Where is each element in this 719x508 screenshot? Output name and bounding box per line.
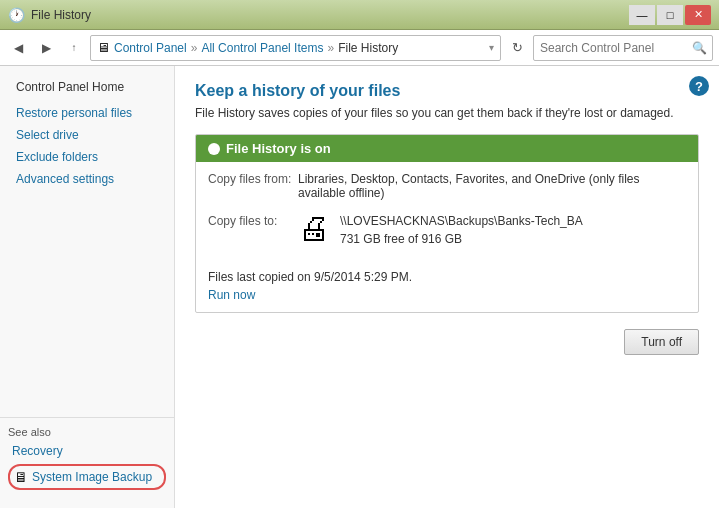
sidebar-item-home[interactable]: Control Panel Home — [8, 76, 166, 102]
drive-info: \\LOVESHACKNAS\Backups\Banks-Tech_BA 731… — [340, 212, 583, 248]
back-button[interactable]: ◀ — [6, 36, 30, 60]
status-footer: Files last copied on 9/5/2014 5:29 PM. R… — [196, 266, 698, 312]
sidebar-item-select-drive[interactable]: Select drive — [8, 124, 166, 146]
breadcrumb-control-panel[interactable]: Control Panel — [114, 41, 187, 55]
page-description: File History saves copies of your files … — [195, 106, 699, 120]
see-also-label: See also — [8, 426, 166, 438]
last-copied-text: Files last copied on 9/5/2014 5:29 PM. — [208, 270, 686, 284]
drive-path: \\LOVESHACKNAS\Backups\Banks-Tech_BA — [340, 212, 583, 230]
address-bar: ◀ ▶ ↑ 🖥 Control Panel » All Control Pane… — [0, 30, 719, 66]
page-title: Keep a history of your files — [195, 82, 699, 100]
status-header: File History is on — [196, 135, 698, 162]
search-wrapper: 🔍 — [533, 35, 713, 61]
maximize-button[interactable]: □ — [657, 5, 683, 25]
copy-from-label: Copy files from: — [208, 172, 298, 200]
backup-icon: 🖥 — [14, 469, 28, 485]
sidebar-item-recovery[interactable]: Recovery — [8, 442, 166, 460]
title-bar-controls: — □ ✕ — [629, 5, 711, 25]
content-area: ? Keep a history of your files File Hist… — [175, 66, 719, 508]
copy-to-content: 🖨 \\LOVESHACKNAS\Backups\Banks-Tech_BA 7… — [298, 212, 583, 248]
run-now-link[interactable]: Run now — [208, 288, 255, 302]
sidebar-item-restore[interactable]: Restore personal files — [8, 102, 166, 124]
breadcrumb-sep-1: » — [191, 41, 198, 55]
breadcrumb: 🖥 Control Panel » All Control Panel Item… — [90, 35, 501, 61]
copy-from-value: Libraries, Desktop, Contacts, Favorites,… — [298, 172, 686, 200]
breadcrumb-sep-2: » — [327, 41, 334, 55]
status-body: Copy files from: Libraries, Desktop, Con… — [196, 162, 698, 266]
copy-to-label: Copy files to: — [208, 212, 298, 248]
breadcrumb-dropdown-icon[interactable]: ▾ — [489, 42, 494, 53]
main-area: Control Panel Home Restore personal file… — [0, 66, 719, 508]
sidebar-nav: Control Panel Home Restore personal file… — [0, 76, 174, 190]
copy-from-row: Copy files from: Libraries, Desktop, Con… — [208, 172, 686, 200]
breadcrumb-all-items[interactable]: All Control Panel Items — [201, 41, 323, 55]
turn-off-button[interactable]: Turn off — [624, 329, 699, 355]
close-button[interactable]: ✕ — [685, 5, 711, 25]
sidebar-bottom: See also Recovery 🖥 System Image Backup — [0, 417, 174, 498]
breadcrumb-current: File History — [338, 41, 398, 55]
status-header-text: File History is on — [226, 141, 331, 156]
sidebar-item-system-image-backup[interactable]: System Image Backup — [32, 470, 152, 484]
status-indicator — [208, 143, 220, 155]
title-bar: 🕐 File History — □ ✕ — [0, 0, 719, 30]
sidebar-item-advanced-settings[interactable]: Advanced settings — [8, 168, 166, 190]
search-input[interactable] — [533, 35, 713, 61]
refresh-button[interactable]: ↻ — [505, 36, 529, 60]
sidebar-item-exclude-folders[interactable]: Exclude folders — [8, 146, 166, 168]
drive-space: 731 GB free of 916 GB — [340, 230, 583, 248]
sidebar-item-system-image-backup-wrapper[interactable]: 🖥 System Image Backup — [8, 464, 166, 490]
sidebar: Control Panel Home Restore personal file… — [0, 66, 175, 508]
copy-to-row: Copy files to: 🖨 \\LOVESHACKNAS\Backups\… — [208, 212, 686, 248]
minimize-button[interactable]: — — [629, 5, 655, 25]
breadcrumb-icon: 🖥 — [97, 40, 110, 55]
drive-icon: 🖨 — [298, 212, 330, 244]
forward-button[interactable]: ▶ — [34, 36, 58, 60]
app-icon: 🕐 — [8, 7, 25, 23]
window-title: File History — [31, 8, 91, 22]
help-button[interactable]: ? — [689, 76, 709, 96]
title-bar-left: 🕐 File History — [8, 7, 91, 23]
status-box: File History is on Copy files from: Libr… — [195, 134, 699, 313]
up-button[interactable]: ↑ — [62, 36, 86, 60]
